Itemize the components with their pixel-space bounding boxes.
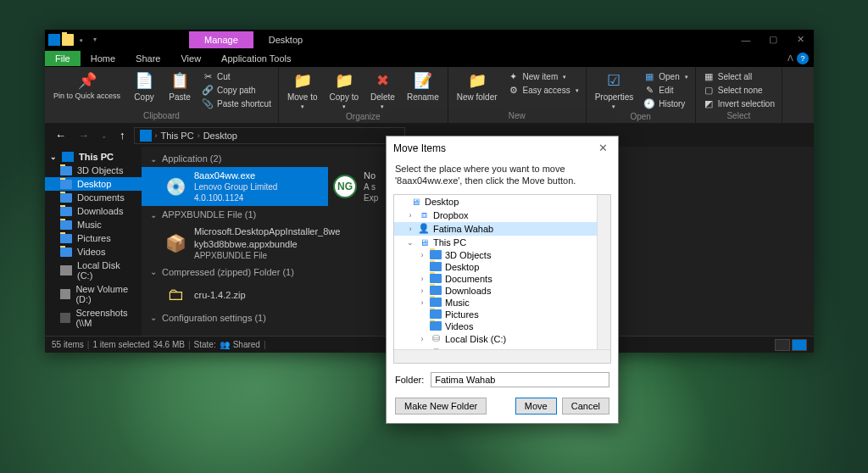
copy-button[interactable]: 📄Copy bbox=[127, 69, 161, 103]
dialog-titlebar[interactable]: Move Items ✕ bbox=[387, 136, 618, 159]
edit-button[interactable]: ✎Edit bbox=[640, 84, 691, 97]
package-icon: 📦 bbox=[164, 231, 187, 255]
monitor-icon: 🖥 bbox=[418, 236, 430, 248]
rename-button[interactable]: 📝Rename bbox=[402, 69, 444, 103]
tree-scrollbar-v[interactable] bbox=[597, 195, 610, 363]
nav-back-button[interactable]: ← bbox=[52, 129, 70, 142]
delete-button[interactable]: ✖Delete▾ bbox=[365, 69, 400, 112]
nav-up-button[interactable]: ↑ bbox=[116, 129, 129, 142]
sidebar-item-videos[interactable]: Videos bbox=[45, 245, 142, 259]
disk-icon: ⛁ bbox=[430, 333, 442, 345]
qat-icon-2[interactable]: ▪ bbox=[75, 34, 87, 46]
make-new-folder-button[interactable]: Make New Folder bbox=[395, 398, 487, 415]
tree-item-music[interactable]: ›Music bbox=[394, 297, 610, 309]
sidebar-item-desktop[interactable]: Desktop bbox=[45, 177, 142, 191]
contextual-tab-manage[interactable]: Manage bbox=[189, 31, 253, 48]
ng-icon: NG bbox=[333, 175, 357, 198]
copypath-icon: 🔗 bbox=[202, 85, 214, 96]
breadcrumb-thispc[interactable]: This PC bbox=[161, 131, 194, 141]
tree-scrollbar-h[interactable] bbox=[394, 349, 610, 363]
paste-button[interactable]: 📋Paste bbox=[163, 69, 197, 103]
folder-icon bbox=[430, 274, 442, 283]
navigation-pane[interactable]: ⌄This PC 3D Objects Desktop Documents Do… bbox=[45, 147, 142, 336]
ribbon-collapse-icon[interactable]: ᐱ bbox=[787, 53, 793, 63]
folder-icon bbox=[60, 248, 72, 257]
user-folder-icon: 👤 bbox=[418, 223, 430, 235]
newfolder-icon: 📁 bbox=[468, 70, 487, 91]
moveto-icon: 📁 bbox=[293, 70, 312, 91]
tree-item-dropbox[interactable]: ›⧈Dropbox bbox=[394, 209, 610, 222]
tab-file[interactable]: File bbox=[45, 51, 81, 66]
tree-item-pictures[interactable]: Pictures bbox=[394, 309, 610, 320]
tree-item-fatima-wahab[interactable]: ›👤Fatima Wahab bbox=[394, 222, 610, 236]
new-item-button[interactable]: ✦New item▾ bbox=[504, 70, 582, 83]
details-view-button[interactable] bbox=[775, 339, 790, 351]
easy-access-button[interactable]: ⚙Easy access▾ bbox=[504, 84, 582, 97]
cut-button[interactable]: ✂Cut bbox=[198, 70, 275, 83]
properties-button[interactable]: ☑Properties▾ bbox=[590, 69, 639, 112]
tab-view[interactable]: View bbox=[170, 51, 211, 66]
address-path[interactable]: › This PC › Desktop bbox=[134, 127, 405, 144]
select-all-button[interactable]: ▦Select all bbox=[699, 70, 778, 83]
sidebar-this-pc[interactable]: ⌄This PC bbox=[45, 150, 142, 164]
move-button[interactable]: Move bbox=[515, 398, 557, 415]
nav-recent-button[interactable]: ⌄ bbox=[97, 131, 111, 140]
qat-folder-icon[interactable] bbox=[62, 34, 74, 46]
folder-icon bbox=[60, 193, 72, 203]
tree-item-desktop2[interactable]: Desktop bbox=[394, 261, 610, 273]
group-open-label: Open bbox=[590, 112, 692, 122]
sidebar-item-documents[interactable]: Documents bbox=[45, 191, 142, 204]
file-item-ng[interactable]: NG NoA sExp bbox=[328, 167, 387, 206]
tree-item-desktop[interactable]: 🖥Desktop bbox=[394, 195, 610, 209]
sidebar-item-music[interactable]: Music bbox=[45, 218, 142, 231]
maximize-button[interactable]: ▢ bbox=[760, 30, 787, 49]
cancel-button[interactable]: Cancel bbox=[562, 398, 609, 415]
folder-tree[interactable]: 🖥Desktop ›⧈Dropbox ›👤Fatima Wahab ⌄🖥This… bbox=[393, 194, 611, 364]
tab-home[interactable]: Home bbox=[81, 51, 125, 66]
folder-input[interactable] bbox=[431, 372, 609, 387]
invert-selection-button[interactable]: ◩Invert selection bbox=[699, 97, 778, 110]
move-to-button[interactable]: 📁Move to▾ bbox=[282, 69, 323, 112]
sidebar-item-pictures[interactable]: Pictures bbox=[45, 231, 142, 245]
sidebar-item-new-volume-d[interactable]: New Volume (D:) bbox=[45, 282, 142, 306]
file-item-8aax04ww[interactable]: 💿 8aax04ww.exeLenovo Group Limited4.0.10… bbox=[142, 167, 328, 206]
qat-dropdown-icon[interactable]: ▾ bbox=[89, 34, 101, 46]
tab-application-tools[interactable]: Application Tools bbox=[211, 51, 301, 66]
large-icons-view-button[interactable] bbox=[792, 339, 807, 351]
minimize-button[interactable]: — bbox=[732, 30, 760, 49]
new-folder-button[interactable]: 📁New folder bbox=[452, 69, 503, 103]
zip-icon: 🗀 bbox=[164, 283, 187, 307]
paste-shortcut-button[interactable]: 📎Paste shortcut bbox=[198, 97, 275, 110]
copy-to-button[interactable]: 📁Copy to▾ bbox=[325, 69, 364, 112]
dialog-close-button[interactable]: ✕ bbox=[595, 142, 611, 154]
properties-icon: ☑ bbox=[607, 70, 620, 91]
nav-forward-button[interactable]: → bbox=[75, 129, 92, 142]
open-button[interactable]: ▦Open▾ bbox=[640, 70, 691, 83]
tree-item-3d-objects[interactable]: ›3D Objects bbox=[394, 249, 610, 261]
folder-icon bbox=[430, 286, 442, 295]
sidebar-item-screenshots[interactable]: Screenshots (\\M bbox=[45, 306, 142, 330]
copy-path-button[interactable]: 🔗Copy path bbox=[198, 84, 275, 97]
folder-icon bbox=[60, 166, 72, 175]
sidebar-item-local-disk-c[interactable]: Local Disk (C:) bbox=[45, 259, 142, 282]
breadcrumb-desktop[interactable]: Desktop bbox=[203, 131, 237, 141]
tree-item-this-pc[interactable]: ⌄🖥This PC bbox=[394, 236, 610, 249]
help-icon[interactable]: ? bbox=[797, 53, 809, 64]
monitor-icon bbox=[62, 152, 74, 162]
dialog-message: Select the place where you want to move … bbox=[387, 159, 618, 194]
close-button[interactable]: ✕ bbox=[787, 30, 814, 49]
tree-item-videos[interactable]: Videos bbox=[394, 320, 610, 332]
history-button[interactable]: 🕘History bbox=[640, 97, 691, 110]
pin-button[interactable]: 📌Pin to Quick access bbox=[48, 69, 125, 103]
tree-item-downloads[interactable]: ›Downloads bbox=[394, 285, 610, 297]
tree-item-local-disk-c[interactable]: ›⛁Local Disk (C:) bbox=[394, 332, 610, 346]
status-selected: 1 item selected bbox=[92, 340, 149, 349]
sidebar-item-3d-objects[interactable]: 3D Objects bbox=[45, 164, 142, 177]
titlebar[interactable]: ▪ ▾ Manage Desktop — ▢ ✕ bbox=[45, 30, 814, 49]
tab-share[interactable]: Share bbox=[125, 51, 170, 66]
sidebar-item-downloads[interactable]: Downloads bbox=[45, 204, 142, 218]
select-none-button[interactable]: ▢Select none bbox=[699, 84, 778, 97]
selectnone-icon: ▢ bbox=[703, 85, 715, 96]
rename-icon: 📝 bbox=[414, 70, 432, 91]
tree-item-documents[interactable]: ›Documents bbox=[394, 273, 610, 285]
